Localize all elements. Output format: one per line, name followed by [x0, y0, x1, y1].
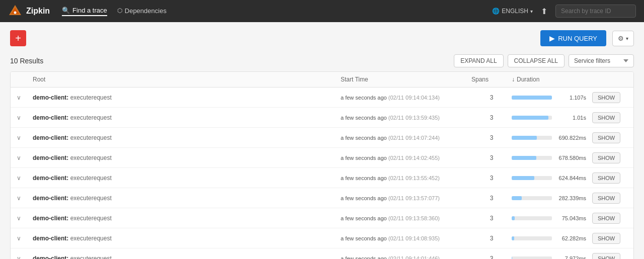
row-root-5: demo-client: executerequest [33, 195, 341, 202]
row-chevron-4[interactable]: ∨ [17, 175, 33, 182]
table-body: ∨ demo-client: executerequest a few seco… [11, 88, 633, 259]
results-table: Root Start Time Spans ↓ Duration ∨ demo-… [10, 71, 634, 259]
play-icon: ▶ [549, 34, 555, 42]
globe-icon: 🌐 [492, 8, 500, 15]
row-chevron-2[interactable]: ∨ [17, 134, 33, 141]
row-start-time-8: a few seconds ago (02/11 09:14:01:446) [341, 255, 471, 260]
row-spans-2: 3 [471, 134, 512, 141]
row-start-time-6: a few seconds ago (02/11 09:13:58:360) [341, 215, 471, 221]
duration-text: 624.844ms [556, 175, 586, 181]
table-row: ∨ demo-client: executerequest a few seco… [11, 88, 633, 108]
row-chevron-6[interactable]: ∨ [17, 215, 33, 222]
duration-text: 1.107s [556, 95, 586, 101]
duration-bar [512, 136, 537, 140]
duration-bar-bg [512, 216, 552, 220]
show-button-7[interactable]: SHOW [592, 233, 620, 244]
duration-bar [512, 176, 534, 180]
duration-bar [512, 96, 552, 100]
row-duration-3: 678.580ms [512, 155, 592, 161]
row-root-6: demo-client: executerequest [33, 215, 341, 222]
table-row: ∨ demo-client: executerequest a few seco… [11, 108, 633, 128]
table-row: ∨ demo-client: executerequest a few seco… [11, 148, 633, 168]
row-duration-6: 75.043ms [512, 215, 592, 221]
row-spans-7: 3 [471, 235, 512, 242]
duration-bar-bg [512, 176, 552, 180]
show-button-6[interactable]: SHOW [592, 213, 620, 224]
show-button-5[interactable]: SHOW [592, 193, 620, 204]
col-duration: ↓ Duration [512, 76, 592, 83]
row-root-0: demo-client: executerequest [33, 94, 341, 101]
duration-text: 690.822ms [556, 135, 586, 141]
show-button-0[interactable]: SHOW [592, 92, 620, 103]
row-duration-5: 282.339ms [512, 195, 592, 201]
duration-bar-bg [512, 116, 552, 120]
row-chevron-1[interactable]: ∨ [17, 114, 33, 121]
table-row: ∨ demo-client: executerequest a few seco… [11, 168, 633, 188]
trace-search-input[interactable] [555, 5, 636, 18]
upload-icon[interactable]: ⬆ [541, 7, 547, 16]
col-root: Root [33, 76, 341, 83]
duration-bar-bg [512, 256, 552, 260]
table-row: ∨ demo-client: executerequest a few seco… [11, 188, 633, 208]
duration-bar-bg [512, 96, 552, 100]
graph-icon: ⬡ [117, 7, 122, 14]
row-spans-5: 3 [471, 195, 512, 202]
row-start-time-4: a few seconds ago (02/11 09:13:55:452) [341, 175, 471, 181]
main-content: + ▶ RUN QUERY ⚙ ▾ 10 Results EXPAND ALL … [0, 22, 644, 259]
duration-bar-bg [512, 236, 552, 240]
nav-find-trace[interactable]: 🔍 Find a trace [62, 7, 107, 16]
brand-name: Zipkin [26, 7, 50, 16]
row-root-1: demo-client: executerequest [33, 114, 341, 121]
nav-right: 🌐 ENGLISH ▾ ⬆ [492, 5, 636, 18]
search-icon: 🔍 [62, 7, 70, 14]
row-duration-1: 1.01s [512, 115, 592, 121]
col-start-time: Start Time [341, 76, 471, 83]
toolbar: + ▶ RUN QUERY ⚙ ▾ [10, 30, 634, 46]
brand: Zipkin [8, 4, 50, 18]
nav-dependencies[interactable]: ⬡ Dependencies [117, 7, 167, 16]
duration-text: 282.339ms [556, 195, 586, 201]
row-spans-4: 3 [471, 175, 512, 182]
add-filter-button[interactable]: + [10, 30, 26, 46]
row-root-3: demo-client: executerequest [33, 154, 341, 161]
chevron-down-icon: ▾ [626, 36, 628, 41]
row-chevron-5[interactable]: ∨ [17, 195, 33, 202]
table-row: ∨ demo-client: executerequest a few seco… [11, 248, 633, 259]
service-filter-select[interactable]: Service filters [569, 54, 634, 67]
settings-button[interactable]: ⚙ ▾ [612, 31, 634, 46]
duration-bar-bg [512, 136, 552, 140]
duration-text: 7.972ms [556, 255, 586, 260]
row-spans-3: 3 [471, 154, 512, 161]
expand-all-button[interactable]: EXPAND ALL [454, 54, 503, 67]
show-button-3[interactable]: SHOW [592, 152, 620, 163]
row-spans-8: 3 [471, 255, 512, 260]
row-start-time-2: a few seconds ago (02/11 09:14:07:244) [341, 135, 471, 141]
duration-text: 75.043ms [556, 215, 586, 221]
row-chevron-0[interactable]: ∨ [17, 94, 33, 101]
collapse-all-button[interactable]: COLLAPSE ALL [508, 54, 565, 67]
duration-bar [512, 196, 522, 200]
row-duration-2: 690.822ms [512, 135, 592, 141]
show-button-8[interactable]: SHOW [592, 253, 620, 260]
show-button-4[interactable]: SHOW [592, 172, 620, 184]
run-query-button[interactable]: ▶ RUN QUERY [540, 30, 606, 46]
language-selector[interactable]: 🌐 ENGLISH ▾ [492, 8, 533, 15]
row-chevron-7[interactable]: ∨ [17, 235, 33, 242]
results-header: 10 Results EXPAND ALL COLLAPSE ALL Servi… [10, 54, 634, 67]
row-start-time-5: a few seconds ago (02/11 09:13:57:077) [341, 195, 471, 201]
results-count: 10 Results [10, 57, 43, 65]
duration-bar [512, 236, 514, 240]
row-duration-0: 1.107s [512, 95, 592, 101]
row-start-time-7: a few seconds ago (02/11 09:14:08:935) [341, 235, 471, 241]
row-spans-0: 3 [471, 94, 512, 101]
duration-text: 1.01s [556, 115, 586, 121]
show-button-2[interactable]: SHOW [592, 132, 620, 143]
row-chevron-8[interactable]: ∨ [17, 255, 33, 260]
navbar: Zipkin 🔍 Find a trace ⬡ Dependencies 🌐 E… [0, 0, 644, 22]
row-duration-7: 62.282ms [512, 235, 592, 241]
svg-point-2 [14, 12, 17, 14]
row-chevron-3[interactable]: ∨ [17, 154, 33, 161]
row-spans-6: 3 [471, 215, 512, 222]
show-button-1[interactable]: SHOW [592, 112, 620, 123]
results-actions: EXPAND ALL COLLAPSE ALL Service filters [454, 54, 634, 67]
